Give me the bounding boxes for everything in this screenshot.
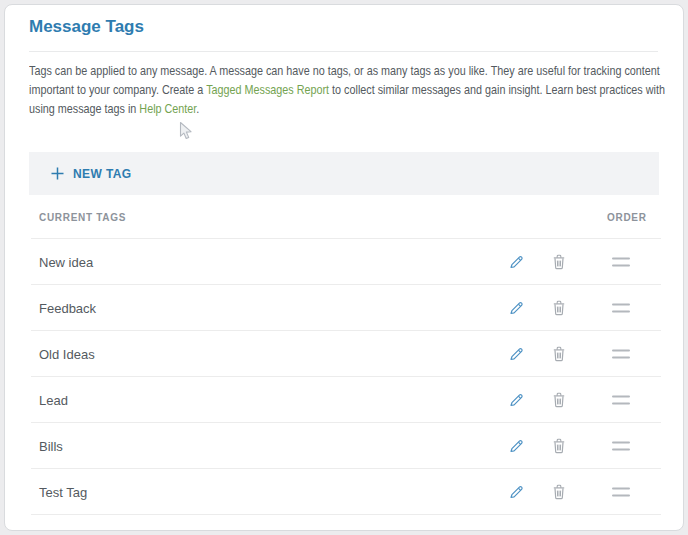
tagged-messages-report-link[interactable]: Tagged Messages Report — [206, 82, 329, 97]
tag-name: Test Tag — [39, 485, 87, 500]
tag-name: Feedback — [39, 301, 96, 316]
help-center-link[interactable]: Help Center — [139, 101, 196, 116]
trash-icon — [552, 484, 566, 500]
edit-tag-button[interactable] — [502, 478, 530, 506]
description-line2-pre: important to your company. Create a — [29, 82, 206, 97]
edit-tag-button[interactable] — [502, 386, 530, 414]
delete-tag-button[interactable] — [545, 340, 573, 368]
tag-row: Feedback — [5, 285, 683, 331]
edit-tag-button[interactable] — [502, 248, 530, 276]
tag-row: Old Ideas — [5, 331, 683, 377]
tag-rows: New idea — [5, 239, 683, 515]
delete-tag-button[interactable] — [545, 386, 573, 414]
drag-handle-icon[interactable] — [612, 488, 630, 497]
trash-icon — [552, 392, 566, 408]
tag-name: Old Ideas — [39, 347, 95, 362]
message-tags-page: { "page": { "title": "Message Tags" }, "… — [0, 0, 688, 535]
drag-handle-icon[interactable] — [612, 442, 630, 451]
edit-tag-button[interactable] — [502, 294, 530, 322]
tag-name: New idea — [39, 255, 93, 270]
trash-icon — [552, 346, 566, 362]
delete-tag-button[interactable] — [545, 248, 573, 276]
description-line2-post: to collect similar messages and gain ins… — [329, 82, 665, 97]
pencil-icon — [508, 254, 524, 270]
drag-handle-icon[interactable] — [612, 258, 630, 267]
delete-tag-button[interactable] — [545, 294, 573, 322]
column-header-order: ORDER — [607, 212, 647, 223]
description-text: Tags can be applied to any message. A me… — [29, 61, 663, 118]
description-line3-post: . — [196, 101, 199, 116]
drag-handle-icon[interactable] — [612, 304, 630, 313]
new-tag-bar: NEW TAG — [29, 152, 659, 195]
new-tag-button[interactable]: NEW TAG — [51, 167, 132, 181]
trash-icon — [552, 438, 566, 454]
pencil-icon — [508, 300, 524, 316]
drag-handle-icon[interactable] — [612, 350, 630, 359]
tag-row: Lead — [5, 377, 683, 423]
plus-icon — [51, 167, 64, 180]
edit-tag-button[interactable] — [502, 340, 530, 368]
description-line3-pre: using message tags in — [29, 101, 139, 116]
settings-card: Message Tags Tags can be applied to any … — [4, 4, 684, 531]
tag-row: New idea — [5, 239, 683, 285]
tag-row: Test Tag — [5, 469, 683, 515]
tag-name: Bills — [39, 439, 63, 454]
trash-icon — [552, 254, 566, 270]
pencil-icon — [508, 484, 524, 500]
trash-icon — [552, 300, 566, 316]
pencil-icon — [508, 392, 524, 408]
tag-name: Lead — [39, 393, 68, 408]
delete-tag-button[interactable] — [545, 478, 573, 506]
pencil-icon — [508, 438, 524, 454]
column-header-current-tags: CURRENT TAGS — [39, 212, 126, 223]
description-line1: Tags can be applied to any message. A me… — [29, 63, 660, 78]
edit-tag-button[interactable] — [502, 432, 530, 460]
page-title: Message Tags — [29, 16, 144, 38]
drag-handle-icon[interactable] — [612, 396, 630, 405]
delete-tag-button[interactable] — [545, 432, 573, 460]
divider — [29, 51, 658, 52]
tag-row: Bills — [5, 423, 683, 469]
pencil-icon — [508, 346, 524, 362]
table-header: CURRENT TAGS ORDER — [5, 195, 683, 239]
new-tag-label: NEW TAG — [73, 167, 132, 181]
